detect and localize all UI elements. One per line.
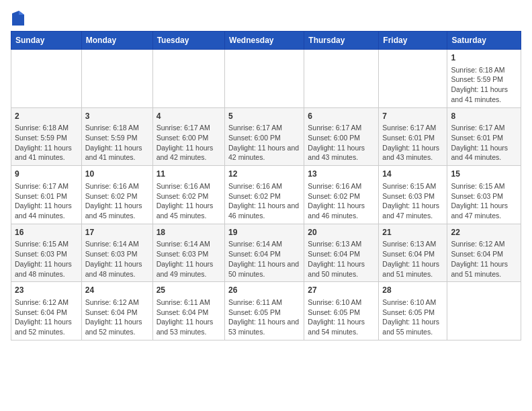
- day-number: 3: [85, 111, 149, 122]
- week-row-1: 2Sunrise: 6:18 AM Sunset: 5:59 PM Daylig…: [11, 107, 521, 166]
- calendar-cell: [152, 50, 224, 108]
- calendar-cell: 27Sunrise: 6:10 AM Sunset: 6:05 PM Dayli…: [304, 282, 379, 340]
- day-info: Sunrise: 6:14 AM Sunset: 6:03 PM Dayligh…: [157, 239, 221, 279]
- day-number: 21: [382, 227, 443, 238]
- day-number: 4: [157, 111, 221, 122]
- day-number: 24: [85, 285, 149, 296]
- calendar-cell: 25Sunrise: 6:11 AM Sunset: 6:04 PM Dayli…: [152, 282, 224, 340]
- calendar-cell: 16Sunrise: 6:15 AM Sunset: 6:03 PM Dayli…: [11, 224, 82, 282]
- calendar-cell: 21Sunrise: 6:13 AM Sunset: 6:04 PM Dayli…: [379, 224, 447, 282]
- day-number: 5: [228, 111, 300, 122]
- calendar-cell: 24Sunrise: 6:12 AM Sunset: 6:04 PM Dayli…: [81, 282, 152, 340]
- day-info: Sunrise: 6:16 AM Sunset: 6:02 PM Dayligh…: [308, 181, 375, 221]
- day-number: 28: [382, 285, 443, 296]
- day-info: Sunrise: 6:17 AM Sunset: 6:01 PM Dayligh…: [382, 123, 443, 163]
- calendar-body: 1Sunrise: 6:18 AM Sunset: 5:59 PM Daylig…: [11, 50, 521, 340]
- calendar-cell: 9Sunrise: 6:17 AM Sunset: 6:01 PM Daylig…: [11, 166, 82, 224]
- calendar-cell: 12Sunrise: 6:16 AM Sunset: 6:02 PM Dayli…: [225, 166, 304, 224]
- day-info: Sunrise: 6:15 AM Sunset: 6:03 PM Dayligh…: [451, 181, 517, 221]
- page-header: [11, 11, 521, 26]
- day-info: Sunrise: 6:13 AM Sunset: 6:04 PM Dayligh…: [382, 239, 443, 279]
- day-info: Sunrise: 6:15 AM Sunset: 6:03 PM Dayligh…: [15, 239, 78, 279]
- day-info: Sunrise: 6:15 AM Sunset: 6:03 PM Dayligh…: [382, 181, 443, 221]
- calendar-cell: 2Sunrise: 6:18 AM Sunset: 5:59 PM Daylig…: [11, 107, 82, 166]
- calendar-cell: 11Sunrise: 6:16 AM Sunset: 6:02 PM Dayli…: [152, 166, 224, 224]
- day-info: Sunrise: 6:17 AM Sunset: 6:01 PM Dayligh…: [15, 181, 78, 221]
- week-row-4: 23Sunrise: 6:12 AM Sunset: 6:04 PM Dayli…: [11, 282, 521, 340]
- calendar-table: SundayMondayTuesdayWednesdayThursdayFrid…: [11, 31, 521, 340]
- calendar-cell: 10Sunrise: 6:16 AM Sunset: 6:02 PM Dayli…: [81, 166, 152, 224]
- day-info: Sunrise: 6:13 AM Sunset: 6:04 PM Dayligh…: [308, 239, 375, 279]
- day-number: 26: [228, 285, 300, 296]
- day-number: 6: [308, 111, 375, 122]
- day-number: 14: [382, 169, 443, 180]
- day-info: Sunrise: 6:14 AM Sunset: 6:03 PM Dayligh…: [85, 239, 149, 279]
- day-info: Sunrise: 6:16 AM Sunset: 6:02 PM Dayligh…: [228, 181, 300, 221]
- day-number: 18: [157, 227, 221, 238]
- day-info: Sunrise: 6:16 AM Sunset: 6:02 PM Dayligh…: [157, 181, 221, 221]
- header-thursday: Thursday: [304, 32, 379, 50]
- calendar-cell: 13Sunrise: 6:16 AM Sunset: 6:02 PM Dayli…: [304, 166, 379, 224]
- day-number: 20: [308, 227, 375, 238]
- calendar-cell: 3Sunrise: 6:18 AM Sunset: 5:59 PM Daylig…: [81, 107, 152, 166]
- day-info: Sunrise: 6:10 AM Sunset: 6:05 PM Dayligh…: [308, 298, 375, 337]
- calendar-cell: 20Sunrise: 6:13 AM Sunset: 6:04 PM Dayli…: [304, 224, 379, 282]
- week-row-2: 9Sunrise: 6:17 AM Sunset: 6:01 PM Daylig…: [11, 166, 521, 224]
- logo-icon: [12, 11, 24, 26]
- calendar-cell: [225, 50, 304, 108]
- day-number: 2: [15, 111, 78, 122]
- header-friday: Friday: [379, 32, 447, 50]
- header-saturday: Saturday: [447, 32, 521, 50]
- calendar-cell: 8Sunrise: 6:17 AM Sunset: 6:01 PM Daylig…: [447, 107, 521, 166]
- day-info: Sunrise: 6:12 AM Sunset: 6:04 PM Dayligh…: [451, 239, 517, 279]
- day-info: Sunrise: 6:17 AM Sunset: 6:01 PM Dayligh…: [451, 123, 517, 163]
- header-tuesday: Tuesday: [152, 32, 224, 50]
- calendar-cell: [81, 50, 152, 108]
- calendar-cell: [379, 50, 447, 108]
- calendar-cell: 28Sunrise: 6:10 AM Sunset: 6:05 PM Dayli…: [379, 282, 447, 340]
- calendar-cell: 14Sunrise: 6:15 AM Sunset: 6:03 PM Dayli…: [379, 166, 447, 224]
- calendar-cell: 17Sunrise: 6:14 AM Sunset: 6:03 PM Dayli…: [81, 224, 152, 282]
- day-number: 25: [157, 285, 221, 296]
- day-number: 15: [451, 169, 517, 180]
- day-number: 11: [157, 169, 221, 180]
- day-info: Sunrise: 6:18 AM Sunset: 5:59 PM Dayligh…: [451, 65, 517, 105]
- svg-marker-0: [12, 11, 24, 26]
- calendar-cell: [304, 50, 379, 108]
- header-wednesday: Wednesday: [225, 32, 304, 50]
- calendar-cell: [11, 50, 82, 108]
- day-number: 17: [85, 227, 149, 238]
- calendar-cell: 6Sunrise: 6:17 AM Sunset: 6:00 PM Daylig…: [304, 107, 379, 166]
- calendar-cell: 15Sunrise: 6:15 AM Sunset: 6:03 PM Dayli…: [447, 166, 521, 224]
- logo: [11, 11, 24, 26]
- day-number: 9: [15, 169, 78, 180]
- calendar-cell: 18Sunrise: 6:14 AM Sunset: 6:03 PM Dayli…: [152, 224, 224, 282]
- calendar-cell: 23Sunrise: 6:12 AM Sunset: 6:04 PM Dayli…: [11, 282, 82, 340]
- day-info: Sunrise: 6:12 AM Sunset: 6:04 PM Dayligh…: [85, 298, 149, 337]
- header-monday: Monday: [81, 32, 152, 50]
- day-number: 27: [308, 285, 375, 296]
- day-info: Sunrise: 6:11 AM Sunset: 6:05 PM Dayligh…: [228, 298, 300, 337]
- day-number: 19: [228, 227, 300, 238]
- day-number: 22: [451, 227, 517, 238]
- day-number: 7: [382, 111, 443, 122]
- day-info: Sunrise: 6:14 AM Sunset: 6:04 PM Dayligh…: [228, 239, 300, 279]
- calendar-cell: 26Sunrise: 6:11 AM Sunset: 6:05 PM Dayli…: [225, 282, 304, 340]
- day-info: Sunrise: 6:18 AM Sunset: 5:59 PM Dayligh…: [85, 123, 149, 163]
- calendar-cell: 7Sunrise: 6:17 AM Sunset: 6:01 PM Daylig…: [379, 107, 447, 166]
- calendar-cell: 22Sunrise: 6:12 AM Sunset: 6:04 PM Dayli…: [447, 224, 521, 282]
- calendar-cell: 19Sunrise: 6:14 AM Sunset: 6:04 PM Dayli…: [225, 224, 304, 282]
- day-info: Sunrise: 6:16 AM Sunset: 6:02 PM Dayligh…: [85, 181, 149, 221]
- day-info: Sunrise: 6:11 AM Sunset: 6:04 PM Dayligh…: [157, 298, 221, 337]
- week-row-3: 16Sunrise: 6:15 AM Sunset: 6:03 PM Dayli…: [11, 224, 521, 282]
- day-info: Sunrise: 6:12 AM Sunset: 6:04 PM Dayligh…: [15, 298, 78, 337]
- day-number: 1: [451, 52, 517, 64]
- day-info: Sunrise: 6:17 AM Sunset: 6:00 PM Dayligh…: [308, 123, 375, 163]
- day-number: 10: [85, 169, 149, 180]
- week-row-0: 1Sunrise: 6:18 AM Sunset: 5:59 PM Daylig…: [11, 50, 521, 108]
- calendar-cell: 5Sunrise: 6:17 AM Sunset: 6:00 PM Daylig…: [225, 107, 304, 166]
- calendar-cell: 4Sunrise: 6:17 AM Sunset: 6:00 PM Daylig…: [152, 107, 224, 166]
- header-sunday: Sunday: [11, 32, 82, 50]
- calendar-cell: 1Sunrise: 6:18 AM Sunset: 5:59 PM Daylig…: [447, 50, 521, 108]
- calendar-cell: [447, 282, 521, 340]
